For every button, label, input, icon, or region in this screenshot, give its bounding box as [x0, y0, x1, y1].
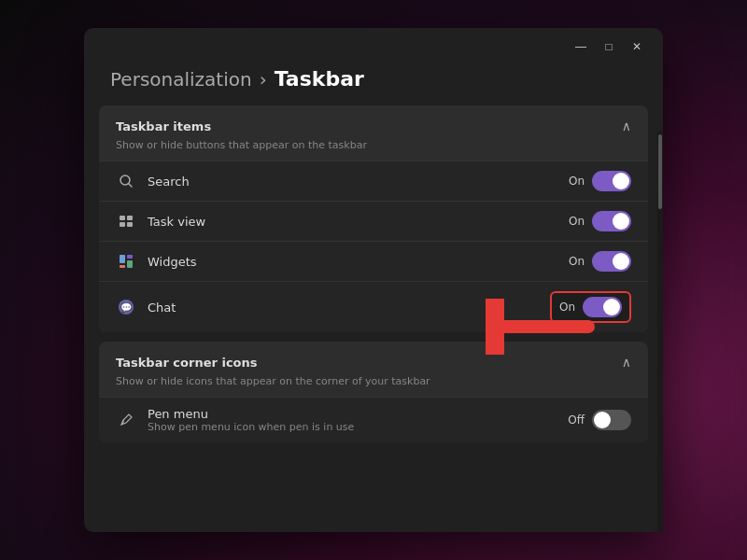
svg-text:💬: 💬	[120, 301, 133, 314]
setting-row-chat: 💬 Chat On	[99, 281, 648, 332]
close-button[interactable]: ✕	[624, 37, 650, 56]
settings-window: — □ ✕ Personalization › Taskbar Taskbar …	[84, 28, 663, 532]
search-toggle-text: On	[569, 175, 585, 188]
setting-row-taskview: Task view On	[99, 201, 648, 241]
setting-label-search: Search	[148, 175, 557, 189]
setting-label-widgets: Widgets	[148, 255, 557, 269]
scrollbar-track[interactable]	[657, 131, 663, 532]
section-taskbar-corner: Taskbar corner icons ∧ Show or hide icon…	[99, 342, 648, 442]
svg-rect-6	[120, 255, 125, 263]
svg-rect-8	[127, 260, 133, 268]
pen-toggle-text: Off	[568, 413, 585, 427]
widgets-toggle-text: On	[569, 255, 585, 268]
pen-toggle-area: Off	[568, 410, 631, 430]
chat-toggle[interactable]	[583, 297, 622, 317]
section-taskbar-corner-subtitle: Show or hide icons that appear on the co…	[99, 375, 648, 397]
chat-toggle-text: On	[559, 301, 575, 314]
maximize-button[interactable]: □	[596, 37, 622, 56]
minimize-button[interactable]: —	[568, 37, 594, 56]
scrollbar-thumb	[658, 134, 662, 209]
pen-label-stack: Pen menu Show pen menu icon when pen is …	[148, 407, 557, 433]
section-taskbar-items-subtitle: Show or hide buttons that appear on the …	[99, 139, 648, 161]
taskview-toggle[interactable]	[592, 211, 631, 231]
setting-row-search: Search On	[99, 161, 648, 201]
section-taskbar-corner-title: Taskbar corner icons	[116, 356, 258, 370]
section-taskbar-items: Taskbar items ∧ Show or hide buttons tha…	[99, 105, 648, 332]
svg-rect-7	[127, 255, 133, 259]
svg-rect-5	[127, 222, 133, 227]
widgets-toggle-area: On	[569, 251, 631, 272]
widgets-toggle[interactable]	[592, 251, 631, 272]
chat-icon: 💬	[116, 297, 136, 317]
section-taskbar-items-chevron: ∧	[622, 119, 631, 133]
search-icon	[116, 171, 136, 191]
widgets-icon	[116, 251, 136, 272]
setting-label-pen-title: Pen menu	[148, 407, 557, 421]
content-area: Taskbar items ∧ Show or hide buttons tha…	[84, 105, 663, 532]
section-taskbar-corner-chevron: ∧	[622, 355, 631, 370]
setting-row-pen: Pen menu Show pen menu icon when pen is …	[99, 397, 648, 442]
section-taskbar-items-title: Taskbar items	[116, 119, 211, 133]
chat-toggle-area: On	[550, 291, 631, 323]
section-taskbar-items-header[interactable]: Taskbar items ∧	[99, 105, 648, 139]
svg-rect-9	[120, 265, 125, 268]
svg-line-1	[129, 184, 133, 188]
breadcrumb-current: Taskbar	[275, 67, 364, 91]
svg-rect-4	[120, 222, 125, 227]
setting-label-taskview: Task view	[148, 215, 557, 229]
breadcrumb-separator: ›	[260, 68, 267, 91]
breadcrumb-parent[interactable]: Personalization	[110, 68, 252, 91]
setting-row-widgets: Widgets On	[99, 241, 648, 281]
task-view-icon	[116, 211, 136, 231]
title-bar: — □ ✕	[84, 28, 663, 60]
search-toggle[interactable]	[592, 171, 631, 191]
svg-rect-2	[120, 216, 125, 220]
svg-rect-3	[127, 216, 133, 220]
pen-icon	[116, 410, 136, 430]
taskview-toggle-area: On	[569, 211, 631, 231]
section-taskbar-corner-header[interactable]: Taskbar corner icons ∧	[99, 342, 648, 375]
setting-label-pen-desc: Show pen menu icon when pen is in use	[148, 421, 557, 433]
setting-label-chat: Chat	[148, 301, 539, 315]
taskview-toggle-text: On	[569, 215, 585, 228]
breadcrumb: Personalization › Taskbar	[84, 60, 663, 105]
search-toggle-area: On	[569, 171, 631, 191]
pen-toggle[interactable]	[592, 410, 631, 430]
